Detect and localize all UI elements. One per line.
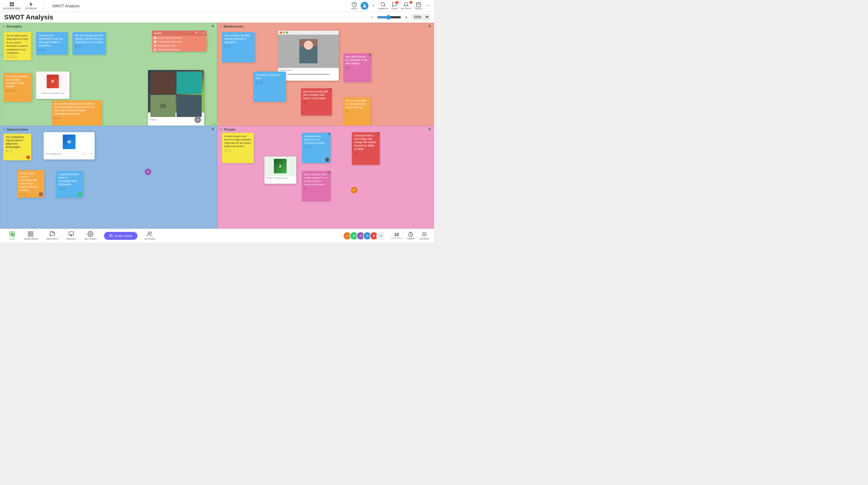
q4-edit-icon[interactable]: ✎ bbox=[428, 127, 431, 132]
svg-rect-25 bbox=[10, 234, 12, 236]
svg-point-34 bbox=[110, 234, 111, 235]
q2-header: 2 Weaknesses ✎ bbox=[217, 23, 434, 30]
import-button[interactable]: IMPORT bbox=[62, 231, 81, 240]
note-weak-4[interactable]: We have a small staff, with a shallow sk… bbox=[301, 88, 332, 116]
note-threat-4[interactable]: Many companies have smaller budgets for … bbox=[302, 171, 331, 201]
file-ppt[interactable]: P Project Presentation.pptx bbox=[36, 71, 69, 99]
user-cursor-q3: U bbox=[145, 168, 151, 175]
file-word[interactable]: W Key-Insights.docx bbox=[44, 132, 95, 159]
note-weak-5[interactable]: We are vulnerable to vital staff being s… bbox=[343, 97, 371, 126]
invite-label: Invite Users bbox=[115, 234, 132, 238]
note-threat-2[interactable]: A competitor has launched a new marketin… bbox=[302, 133, 331, 163]
templates-button[interactable]: TEMPLATES bbox=[20, 231, 42, 240]
svg-point-21 bbox=[308, 146, 311, 148]
file-photo[interactable]: Image U bbox=[148, 70, 204, 126]
svg-point-5 bbox=[354, 5, 354, 6]
file-ppt-footer bbox=[36, 95, 69, 98]
reports-button[interactable]: REPORTS bbox=[42, 231, 62, 240]
svg-point-16 bbox=[10, 150, 12, 153]
zoom-in-button[interactable]: + bbox=[404, 14, 409, 20]
note-strengths-5[interactable]: As a small company, we are able to respo… bbox=[52, 100, 102, 126]
svg-rect-28 bbox=[29, 232, 30, 234]
reports-label: REPORTS bbox=[46, 238, 58, 240]
note-strengths-3[interactable]: We can change direction quickly if we fi… bbox=[72, 32, 106, 55]
timer-button[interactable]: TIMER bbox=[407, 231, 414, 240]
note-weak-3[interactable]: Our cash flow will be unreliable in the … bbox=[343, 53, 371, 82]
more-nav[interactable] bbox=[426, 3, 431, 8]
note-strengths-1[interactable]: We are able to give early payment credit… bbox=[4, 32, 31, 60]
svg-point-9 bbox=[426, 5, 427, 6]
note-strengths-2[interactable]: We have low overheads so we can offer go… bbox=[36, 32, 68, 55]
svg-rect-31 bbox=[31, 235, 33, 236]
actions-button[interactable]: ACTIONS bbox=[141, 231, 160, 240]
help-nav[interactable]: HELP bbox=[351, 2, 358, 10]
note-opp-1[interactable]: Our competitors may be slow to adopt new… bbox=[3, 134, 31, 160]
note-weak-1[interactable]: Our company has little market presence o… bbox=[222, 32, 255, 62]
nav-left: DASHBOARD STORMS SWOT Analysis bbox=[3, 1, 80, 10]
svg-point-13 bbox=[14, 90, 17, 92]
storms-nav[interactable]: STORMS bbox=[25, 1, 37, 10]
add-label: ADD bbox=[10, 238, 15, 240]
legend-button[interactable]: LEGEND bbox=[419, 231, 429, 240]
close-icon[interactable]: ✕ bbox=[202, 32, 205, 35]
svg-rect-8 bbox=[416, 3, 421, 7]
votes-area[interactable]: 10 MY VOTES bbox=[391, 232, 402, 239]
q3-header: 3 Opportunities ✎ bbox=[0, 126, 217, 133]
user-avatar[interactable] bbox=[361, 2, 369, 10]
collaborator-avatars: A B C D E +1 bbox=[345, 232, 385, 240]
dashboard-nav[interactable]: DASHBOARD bbox=[3, 1, 20, 10]
zoom-slider[interactable] bbox=[377, 15, 401, 20]
svg-point-19 bbox=[62, 187, 65, 190]
add-card-indicator[interactable]: + bbox=[229, 90, 233, 96]
whiteboard-card[interactable]: Whiteboard 4 bbox=[278, 31, 339, 80]
chat-badge: 1 bbox=[396, 1, 399, 4]
checklist-item-4: Social Media following bbox=[152, 47, 207, 52]
activity-badge: 1 bbox=[409, 1, 412, 4]
tasks-nav[interactable]: TASKS bbox=[414, 2, 423, 10]
quadrant-threats: 4 Threats ✎ A small change in the focus … bbox=[217, 126, 434, 229]
chevron-down-icon[interactable] bbox=[372, 4, 375, 7]
note-opp-3[interactable]: Local government wants to encourage loca… bbox=[56, 171, 83, 198]
minimize-icon[interactable]: — bbox=[198, 32, 202, 35]
whiteboard-name: Whiteboard 4 bbox=[278, 68, 339, 72]
svg-rect-23 bbox=[10, 232, 12, 234]
svg-rect-24 bbox=[12, 232, 14, 234]
help-label: HELP bbox=[351, 7, 358, 10]
activity-label: ACTIVITY bbox=[401, 7, 411, 10]
svg-rect-30 bbox=[29, 235, 30, 236]
breadcrumb-title: SWOT Analysis bbox=[52, 4, 80, 8]
svg-point-14 bbox=[228, 45, 231, 48]
note-badge bbox=[26, 156, 30, 159]
activity-nav[interactable]: 1 ACTIVITY bbox=[401, 2, 411, 10]
q2-edit-icon[interactable]: ✎ bbox=[428, 24, 431, 29]
svg-point-10 bbox=[428, 5, 429, 6]
invite-users-button[interactable]: Invite Users bbox=[104, 232, 137, 240]
opp-avatar bbox=[39, 192, 43, 196]
q3-edit-icon[interactable]: ✎ bbox=[211, 127, 214, 132]
svg-point-17 bbox=[91, 153, 93, 155]
chat-nav[interactable]: 1 CHAT bbox=[391, 2, 398, 10]
file-excel[interactable]: X Project Projections.xlsx bbox=[265, 156, 296, 184]
top-nav: DASHBOARD STORMS SWOT Analysis HELP SEAR… bbox=[0, 0, 434, 12]
svg-point-22 bbox=[270, 181, 272, 183]
zoom-dropdown[interactable]: 100%75%125% bbox=[411, 14, 430, 20]
dashboard-label: DASHBOARD bbox=[3, 7, 20, 10]
quadrant-opportunities: 3 Opportunities ✎ Our competitors may be… bbox=[0, 126, 217, 229]
note-opp-2[interactable]: Our business sector is expanding, with m… bbox=[17, 170, 44, 198]
note-strengths-4[interactable]: Our lead consultant has a strong reputat… bbox=[3, 73, 32, 102]
q1-edit-icon[interactable]: ✎ bbox=[211, 24, 214, 29]
search-nav[interactable]: SEARCH bbox=[378, 2, 388, 10]
storms-label: STORMS bbox=[25, 7, 37, 10]
checklist-assets[interactable]: Assets — ✕ Build in our local market Pop… bbox=[152, 31, 207, 52]
chat-label: CHAT bbox=[391, 7, 398, 10]
note-threat-3[interactable]: Developments in technology may change th… bbox=[352, 132, 380, 165]
svg-point-33 bbox=[90, 233, 91, 235]
pin-icon[interactable] bbox=[195, 32, 197, 34]
note-threat-1[interactable]: A small change in the focus of a large c… bbox=[222, 133, 254, 163]
add-button[interactable]: ADD bbox=[5, 231, 20, 240]
timer-label: TIMER bbox=[407, 237, 414, 240]
settings-button[interactable]: SETTINGS bbox=[80, 231, 101, 240]
avatar-overflow[interactable]: +1 bbox=[376, 232, 385, 240]
note-weak-2[interactable]: Our lease is expiring soon bbox=[253, 71, 286, 102]
zoom-out-button[interactable]: − bbox=[369, 14, 375, 20]
